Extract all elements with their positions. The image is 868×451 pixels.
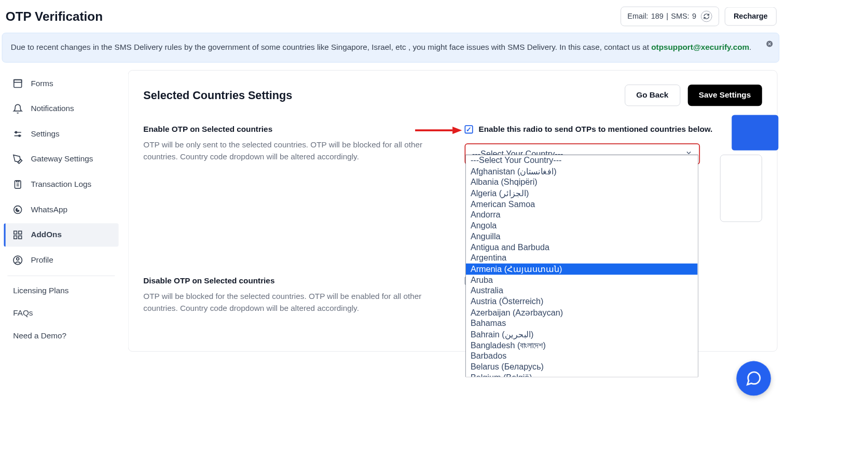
sidebar-link-faqs[interactable]: FAQs — [3, 302, 119, 324]
dropdown-option[interactable]: Bangladesh (বাংলাদেশ) — [466, 340, 697, 351]
dropdown-option[interactable]: Afghanistan (افغانستان) — [466, 166, 697, 177]
sidebar-item-label: Forms — [31, 79, 53, 88]
email-count: 189 — [651, 12, 664, 20]
go-back-button[interactable]: Go Back — [625, 84, 680, 105]
sidebar-item-label: WhatsApp — [31, 205, 67, 214]
alert-close-icon[interactable] — [766, 39, 773, 51]
info-alert: Due to recent changes in the SMS Deliver… — [2, 33, 780, 62]
dropdown-option[interactable]: American Samoa — [466, 199, 697, 210]
svg-rect-2 — [14, 79, 22, 82]
support-email-link[interactable]: otpsupport@xecurify.com — [651, 43, 749, 52]
svg-point-6 — [19, 135, 20, 136]
refresh-icon[interactable] — [701, 11, 712, 22]
dropdown-option[interactable]: Antigua and Barbuda — [466, 242, 697, 253]
disable-section-desc: OTP will be blocked for the selected cou… — [143, 290, 442, 315]
sidebar-item-label: AddOns — [31, 230, 61, 239]
svg-rect-10 — [19, 231, 22, 234]
svg-point-5 — [15, 131, 17, 133]
enable-checkbox[interactable]: ✓ — [465, 125, 473, 133]
svg-marker-16 — [452, 126, 462, 133]
save-button-peek[interactable] — [732, 115, 778, 150]
dropdown-option[interactable]: Austria (Österreich) — [466, 296, 697, 307]
dropdown-option[interactable]: Azerbaijan (Azərbaycan) — [466, 307, 697, 318]
selected-countries-box — [720, 154, 762, 222]
page-title: OTP Verification — [6, 9, 103, 24]
enable-section-label: Enable OTP on Selected countries — [143, 125, 442, 134]
sidebar-item-settings[interactable]: Settings — [4, 122, 118, 145]
sidebar-item-label: Gateway Settings — [31, 154, 93, 163]
recharge-button[interactable]: Recharge — [725, 7, 777, 26]
sidebar-item-label: Settings — [31, 129, 59, 139]
header-right: Email:189 | SMS: 9 Recharge — [621, 7, 777, 26]
sidebar-item-forms[interactable]: Forms — [4, 72, 118, 95]
chat-fab[interactable] — [736, 361, 771, 396]
sidebar-item-addons[interactable]: AddOns — [4, 223, 118, 247]
main-panel: Selected Countries Settings Go Back Save… — [128, 70, 778, 352]
clipboard-icon — [12, 179, 23, 189]
sidebar-separator — [7, 276, 115, 276]
sms-label: SMS: — [671, 12, 689, 20]
dropdown-option[interactable]: Algeria (الجزائر) — [466, 187, 697, 199]
dropdown-option[interactable]: Andorra — [466, 210, 697, 221]
bell-icon — [12, 103, 23, 114]
country-dropdown-list[interactable]: ---Select Your Country---Afghanistan (اف… — [465, 154, 698, 376]
svg-point-14 — [17, 257, 19, 260]
alert-text: Due to recent changes in the SMS Deliver… — [11, 43, 651, 52]
save-settings-button[interactable]: Save Settings — [687, 84, 762, 105]
sidebar-item-notifications[interactable]: Notifications — [4, 97, 118, 120]
user-icon — [12, 255, 23, 265]
sidebar-item-logs[interactable]: Transaction Logs — [4, 173, 118, 196]
main-title: Selected Countries Settings — [143, 89, 292, 102]
dropdown-option[interactable]: Argentina — [466, 252, 697, 263]
dropdown-option[interactable]: Angola — [466, 220, 697, 231]
sms-count: 9 — [692, 12, 696, 20]
enable-checkbox-label: Enable this radio to send OTPs to mentio… — [479, 125, 713, 134]
sidebar-link-licensing[interactable]: Licensing Plans — [3, 280, 119, 302]
sidebar: Forms Notifications Settings Gateway Set… — [0, 70, 122, 352]
sidebar-item-label: Transaction Logs — [31, 180, 91, 189]
dropdown-option[interactable]: Barbados — [466, 350, 697, 361]
sidebar-item-gateway[interactable]: Gateway Settings — [4, 147, 118, 171]
dropdown-option[interactable]: ---Select Your Country--- — [466, 155, 697, 166]
svg-rect-12 — [19, 236, 22, 239]
svg-rect-1 — [14, 79, 22, 87]
email-label: Email: — [627, 12, 648, 20]
form-icon — [12, 78, 23, 89]
sidebar-item-label: Profile — [31, 255, 53, 265]
sidebar-link-demo[interactable]: Need a Demo? — [3, 324, 119, 347]
divider: | — [666, 12, 668, 20]
alert-after: . — [749, 43, 751, 52]
sliders-icon — [12, 129, 23, 139]
dropdown-option[interactable]: Bahrain (البحرين) — [466, 329, 697, 340]
whatsapp-icon — [12, 204, 23, 215]
dropdown-option[interactable]: Australia — [466, 285, 697, 296]
arrow-annotation — [415, 126, 462, 135]
enable-section-desc: OTP will be only sent to the selected co… — [143, 139, 442, 163]
sidebar-item-profile[interactable]: Profile — [4, 248, 118, 271]
dropdown-option[interactable]: Belarus (Беларусь) — [466, 361, 697, 372]
dropdown-option[interactable]: Bahamas — [466, 318, 697, 329]
disable-section-label: Disable OTP on Selected countries — [143, 276, 442, 285]
svg-point-8 — [14, 206, 22, 213]
dropdown-option[interactable]: Belgium (België) — [466, 372, 697, 377]
dropdown-option[interactable]: Aruba — [466, 275, 697, 285]
svg-rect-9 — [14, 231, 17, 234]
dropdown-option[interactable]: Anguilla — [466, 231, 697, 242]
svg-rect-11 — [14, 236, 17, 239]
sidebar-item-label: Notifications — [31, 104, 74, 113]
dropdown-option[interactable]: Albania (Shqipëri) — [466, 177, 697, 188]
dropdown-option[interactable]: Armenia (Հայաստան) — [466, 263, 697, 275]
sidebar-item-whatsapp[interactable]: WhatsApp — [4, 198, 118, 221]
grid-icon — [12, 229, 23, 240]
pen-icon — [12, 154, 23, 165]
quota-status: Email:189 | SMS: 9 — [621, 7, 719, 26]
